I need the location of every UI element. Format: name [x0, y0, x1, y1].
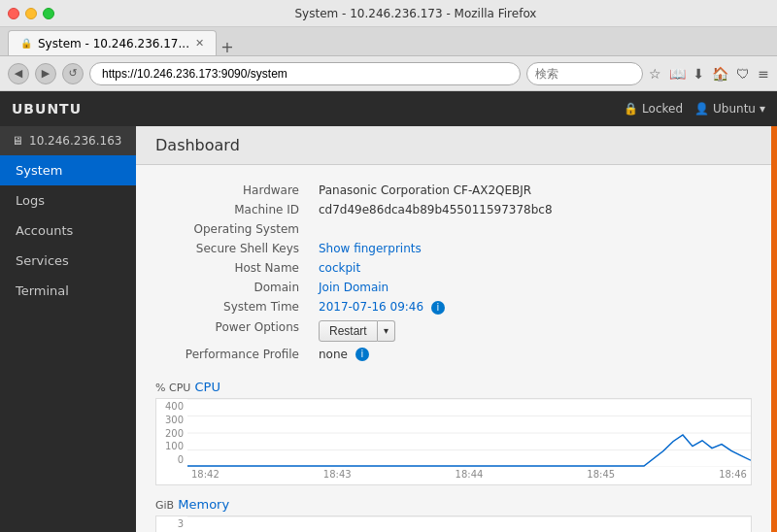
- domain-label: Domain: [155, 278, 311, 297]
- system-time-info-icon[interactable]: i: [431, 301, 445, 315]
- machine-id-value: cd7d49e86dca4b89b455011597378bc8: [311, 200, 752, 219]
- tab-favicon: 🔒: [20, 38, 32, 49]
- cpu-chart-section: % CPU CPU 400 300 200 100 0: [155, 380, 752, 485]
- download-icon[interactable]: ⬇: [693, 66, 705, 82]
- new-tab-btn[interactable]: +: [220, 40, 233, 55]
- cpu-name-label: CPU: [194, 380, 220, 394]
- tab-bar: 🔒 System - 10.246.236.17... ✕ +: [0, 27, 777, 56]
- cpu-unit-label: % CPU: [155, 382, 190, 394]
- cpu-y-axis: 400 300 200 100 0: [156, 399, 187, 467]
- sidebar-host: 🖥 10.246.236.163: [0, 126, 136, 155]
- show-fingerprints-link[interactable]: Show fingerprints: [319, 242, 422, 255]
- mem-unit-label: GiB: [155, 499, 174, 512]
- home-icon[interactable]: 🏠: [712, 66, 728, 82]
- ssh-label: Secure Shell Keys: [155, 239, 311, 258]
- mem-chart-section: GiB Memory 3 2 1: [155, 497, 752, 532]
- system-time-row: System Time 2017-07-16 09:46 i: [155, 297, 752, 317]
- mem-grid: [187, 516, 751, 532]
- user-label: Ubuntu: [713, 102, 756, 116]
- domain-value: Join Domain: [311, 278, 752, 297]
- sidebar-item-system[interactable]: System: [0, 155, 136, 185]
- chevron-down-icon: ▾: [760, 102, 765, 116]
- power-value: Restart ▾: [311, 317, 752, 345]
- domain-row: Domain Join Domain: [155, 278, 752, 297]
- toolbar-icons: ☆ 📖 ⬇ 🏠 🛡 ≡: [649, 66, 769, 82]
- mem-chart-area: [187, 516, 751, 532]
- perf-row: Performance Profile none i: [155, 345, 752, 365]
- locked-label: Locked: [642, 102, 683, 116]
- user-menu[interactable]: 👤 Ubuntu ▾: [694, 102, 765, 116]
- readmode-icon[interactable]: 📖: [669, 66, 686, 82]
- maximize-window-btn[interactable]: [43, 8, 54, 19]
- power-dropdown-btn[interactable]: ▾: [378, 320, 395, 342]
- cpu-chart-title: % CPU CPU: [155, 380, 752, 394]
- mem-name-label: Memory: [178, 497, 229, 512]
- system-time-value: 2017-07-16 09:46 i: [311, 297, 752, 317]
- machine-id-label: Machine ID: [155, 200, 311, 219]
- lock-icon: 🔒: [624, 102, 638, 116]
- hostname-label: Host Name: [155, 258, 311, 278]
- ssh-row: Secure Shell Keys Show fingerprints: [155, 239, 752, 258]
- search-input[interactable]: [526, 62, 643, 85]
- cpu-chart-area: [187, 399, 751, 467]
- close-window-btn[interactable]: [8, 8, 19, 19]
- perf-label: Performance Profile: [155, 345, 311, 365]
- mem-chart-container: 3 2 1: [155, 515, 752, 532]
- locked-badge: 🔒 Locked: [624, 102, 683, 116]
- restart-btn[interactable]: Restart: [319, 320, 378, 342]
- top-bar: UBUNTU 🔒 Locked 👤 Ubuntu ▾: [0, 91, 777, 126]
- browser-titlebar: System - 10.246.236.173 - Mozilla Firefo…: [0, 0, 777, 27]
- cpu-data-line: [187, 435, 751, 466]
- back-btn[interactable]: ◀: [8, 63, 29, 84]
- os-row: Operating System: [155, 219, 752, 239]
- app-container: UBUNTU 🔒 Locked 👤 Ubuntu ▾ 🖥 10.246.236.…: [0, 91, 777, 532]
- cpu-grid: [187, 399, 751, 467]
- forward-btn[interactable]: ▶: [35, 63, 56, 84]
- window-controls: [8, 8, 54, 19]
- perf-value: none i: [311, 345, 752, 365]
- sidebar-item-services[interactable]: Services: [0, 246, 136, 276]
- hardware-label: Hardware: [155, 181, 311, 200]
- system-time-label: System Time: [155, 297, 311, 317]
- join-domain-link[interactable]: Join Domain: [319, 281, 388, 294]
- address-input[interactable]: [89, 62, 521, 85]
- reload-btn[interactable]: ↺: [62, 63, 84, 84]
- perf-info-icon[interactable]: i: [355, 348, 369, 361]
- sidebar-host-label: 10.246.236.163: [29, 134, 121, 148]
- menu-icon[interactable]: ≡: [758, 66, 769, 82]
- minimize-window-btn[interactable]: [25, 8, 37, 19]
- os-value: [311, 219, 752, 239]
- mem-y-axis: 3 2 1: [156, 516, 187, 532]
- dashboard-title: Dashboard: [155, 136, 240, 154]
- content-area: 🖥 10.246.236.163 System Logs Accounts Se…: [0, 126, 777, 532]
- hostname-value: cockpit: [311, 258, 752, 278]
- hostname-link[interactable]: cockpit: [319, 261, 360, 275]
- tab-label: System - 10.246.236.17...: [38, 37, 189, 50]
- main-content: Dashboard Hardware Panasonic Corporation…: [136, 126, 771, 532]
- sidebar-item-accounts[interactable]: Accounts: [0, 216, 136, 246]
- sidebar-item-logs[interactable]: Logs: [0, 185, 136, 216]
- address-bar: ◀ ▶ ↺ ☆ 📖 ⬇ 🏠 🛡 ≡: [0, 56, 777, 91]
- machine-id-row: Machine ID cd7d49e86dca4b89b455011597378…: [155, 200, 752, 219]
- power-row: Power Options Restart ▾: [155, 317, 752, 345]
- bookmark-icon[interactable]: ☆: [649, 66, 661, 82]
- hostname-row: Host Name cockpit: [155, 258, 752, 278]
- dashboard-body: Hardware Panasonic Corporation CF-AX2QEB…: [136, 165, 771, 532]
- window-title: System - 10.246.236.173 - Mozilla Firefo…: [62, 7, 769, 20]
- tab-close-btn[interactable]: ✕: [195, 37, 204, 50]
- brand-label: UBUNTU: [12, 101, 82, 116]
- shield-icon[interactable]: 🛡: [736, 66, 750, 82]
- system-time-link[interactable]: 2017-07-16 09:46: [319, 300, 423, 314]
- mem-chart-title: GiB Memory: [155, 497, 752, 512]
- mem-chart-svg: [187, 516, 751, 532]
- cpu-chart-svg: [187, 399, 751, 467]
- active-tab[interactable]: 🔒 System - 10.246.236.17... ✕: [8, 30, 217, 55]
- hardware-value: Panasonic Corporation CF-AX2QEBJR: [311, 181, 752, 200]
- user-icon: 👤: [694, 102, 709, 116]
- dashboard-header: Dashboard: [136, 126, 771, 165]
- cpu-x-labels: 18:42 18:43 18:44 18:45 18:46: [187, 467, 751, 484]
- power-label: Power Options: [155, 317, 311, 345]
- sidebar: 🖥 10.246.236.163 System Logs Accounts Se…: [0, 126, 136, 532]
- sidebar-item-terminal[interactable]: Terminal: [0, 276, 136, 306]
- hardware-row: Hardware Panasonic Corporation CF-AX2QEB…: [155, 181, 752, 200]
